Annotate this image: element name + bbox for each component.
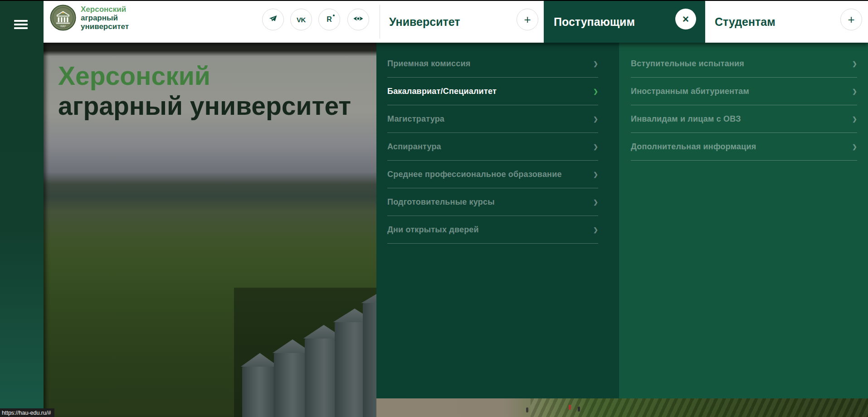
nav-item-studentam[interactable]: Студентам: [715, 1, 775, 43]
person-figure: [526, 407, 528, 412]
chevron-right-icon: ❯: [593, 88, 598, 95]
chevron-right-icon: ❯: [852, 116, 857, 123]
page: Херсонский аграрный университет Приемная…: [0, 0, 868, 417]
hero-title: Херсонский аграрный университет: [58, 61, 351, 121]
menu-item-inostrannym-abiturientam[interactable]: Иностранным абитуриентам ❯: [631, 78, 857, 105]
nav-item-postupayushchim[interactable]: Поступающим: [554, 1, 635, 43]
svg-text:ХАУ: ХАУ: [60, 25, 66, 28]
chevron-right-icon: ❯: [593, 143, 598, 150]
field-rows-texture: [531, 398, 868, 417]
eye-icon: [353, 13, 364, 26]
collapse-postupayushchim-button[interactable]: ✕: [675, 9, 696, 29]
menu-item-magistratura[interactable]: Магистратура ❯: [387, 105, 598, 133]
top-edge-line: [0, 0, 868, 1]
chevron-right-icon: ❯: [593, 116, 598, 123]
hero-title-line1: Херсонский: [58, 61, 351, 91]
chevron-right-icon: ❯: [593, 199, 598, 206]
menu-item-bakalavriat-specialitet[interactable]: Бакалавриат/Специалитет ❯: [387, 78, 598, 105]
vk-icon: VK: [297, 16, 306, 24]
logo-line1: Херсонский: [81, 5, 129, 14]
menu-item-spo[interactable]: Среднее профессиональное образование ❯: [387, 161, 598, 188]
header: ХАУ Херсонский аграрный университет VK R: [44, 1, 868, 43]
hamburger-menu-icon[interactable]: [14, 20, 28, 30]
sidebar: [0, 1, 44, 417]
menu-item-podgotovitelnye-kursy[interactable]: Подготовительные курсы ❯: [387, 188, 598, 216]
submenu-level2-list: Вступительные испытания ❯ Иностранным аб…: [619, 50, 868, 161]
rutube-icon: R: [327, 15, 332, 24]
submenu-level1-list: Приемная комиссия ❯ Бакалавриат/Специали…: [376, 50, 619, 244]
menu-item-aspirantura[interactable]: Аспирантура ❯: [387, 133, 598, 161]
vk-button[interactable]: VK: [290, 9, 312, 30]
chevron-right-icon: ❯: [852, 143, 857, 150]
menu-item-invalidam-i-licam-s-ovz[interactable]: Инвалидам и лицам с ОВЗ ❯: [631, 105, 857, 133]
logo-text: Херсонский аграрный университет: [81, 5, 129, 31]
person-figure: [569, 405, 571, 410]
expand-universitet-button[interactable]: +: [517, 9, 538, 30]
chevron-right-icon: ❯: [593, 171, 598, 178]
rutube-button[interactable]: R: [318, 9, 340, 30]
submenu-level1-panel: Приемная комиссия ❯ Бакалавриат/Специали…: [376, 43, 619, 398]
accessibility-version-button[interactable]: [347, 9, 369, 30]
hero-title-line2: аграрный университет: [58, 91, 351, 121]
telegram-icon: [268, 14, 278, 25]
logo[interactable]: ХАУ Херсонский аграрный университет: [50, 5, 129, 31]
chevron-right-icon: ❯: [852, 88, 857, 95]
telegram-button[interactable]: [262, 9, 284, 30]
menu-item-priemnaya-komissiya[interactable]: Приемная комиссия ❯: [387, 50, 598, 78]
menu-item-dopolnitelnaya-informaciya[interactable]: Дополнительная информация ❯: [631, 133, 857, 161]
menu-item-vstupitelnye-ispytaniya[interactable]: Вступительные испытания ❯: [631, 50, 857, 78]
link-status-tooltip: https://hau-edu.ru/#: [0, 408, 54, 417]
logo-line2: аграрный: [81, 14, 129, 22]
chevron-right-icon: ❯: [593, 60, 598, 67]
menu-item-dni-otkrytyh-dverej[interactable]: Дни открытых дверей ❯: [387, 216, 598, 244]
header-divider: [380, 5, 380, 39]
nav-item-universitet[interactable]: Университет: [389, 1, 460, 43]
logo-line3: университет: [81, 22, 129, 31]
university-emblem-icon: ХАУ: [50, 5, 76, 31]
chevron-right-icon: ❯: [593, 226, 598, 233]
submenu-level2-panel: Вступительные испытания ❯ Иностранным аб…: [619, 43, 868, 398]
chevron-right-icon: ❯: [852, 60, 857, 67]
person-figure: [578, 407, 580, 412]
hero-bottom-strip: [376, 398, 868, 417]
expand-studentam-button[interactable]: +: [840, 9, 862, 30]
